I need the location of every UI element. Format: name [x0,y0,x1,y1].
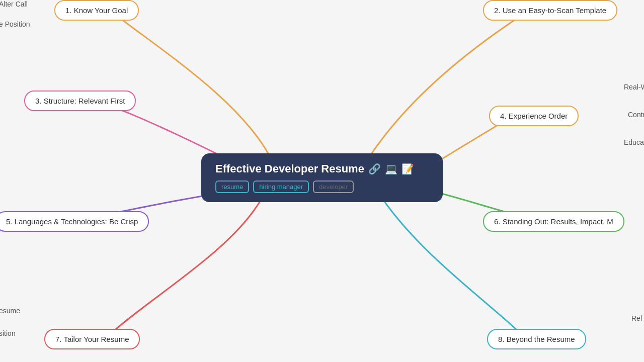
node-know-your-goal[interactable]: 1. Know Your Goal [54,0,139,21]
center-tags: resume hiring manager developer [215,180,429,193]
rel-text: Rel [631,314,642,322]
node-structure-relevant[interactable]: 3. Structure: Relevant First [24,90,136,111]
node-experience-order[interactable]: 4. Experience Order [489,106,579,126]
tag-developer[interactable]: developer [313,180,354,193]
real-w-text: Real-W [624,83,644,91]
node-standing-out[interactable]: 6. Standing Out: Results, Impact, M [483,211,624,232]
node-5-label: 5. Languages & Technologies: Be Crisp [6,217,138,226]
tag-resume[interactable]: resume [215,180,249,193]
center-title: Effective Developer Resume 🔗 💻 📝 [215,162,429,175]
center-title-text: Effective Developer Resume [215,162,364,175]
mindmap-canvas: Alter Call e Position esume sition Real-… [0,0,644,362]
node-7-label: 7. Tailor Your Resume [55,335,129,343]
alter-call-text: Alter Call [0,0,28,8]
node-4-label: 4. Experience Order [500,112,568,120]
node-tailor-resume[interactable]: 7. Tailor Your Resume [44,329,140,349]
node-beyond-resume[interactable]: 8. Beyond the Resume [487,329,586,349]
resume-bottom-text: esume [0,307,20,315]
contr-text: Contr [628,111,644,119]
educa-text: Educa [624,138,644,146]
node-8-label: 8. Beyond the Resume [498,335,575,343]
memo-icon: 📝 [401,163,414,175]
position-bottom-text: sition [0,329,16,337]
link-icon: 🔗 [368,163,381,175]
node-1-label: 1. Know Your Goal [65,6,128,15]
node-easy-scan[interactable]: 2. Use an Easy-to-Scan Template [483,0,617,21]
center-node[interactable]: Effective Developer Resume 🔗 💻 📝 resume … [201,153,443,202]
node-6-label: 6. Standing Out: Results, Impact, M [494,217,613,226]
laptop-icon: 💻 [385,163,397,175]
position-top-text: e Position [0,20,30,28]
tag-hiring-manager[interactable]: hiring manager [253,180,309,193]
node-2-label: 2. Use an Easy-to-Scan Template [494,6,606,15]
node-languages-tech[interactable]: 5. Languages & Technologies: Be Crisp [0,211,149,232]
node-3-label: 3. Structure: Relevant First [35,97,125,105]
